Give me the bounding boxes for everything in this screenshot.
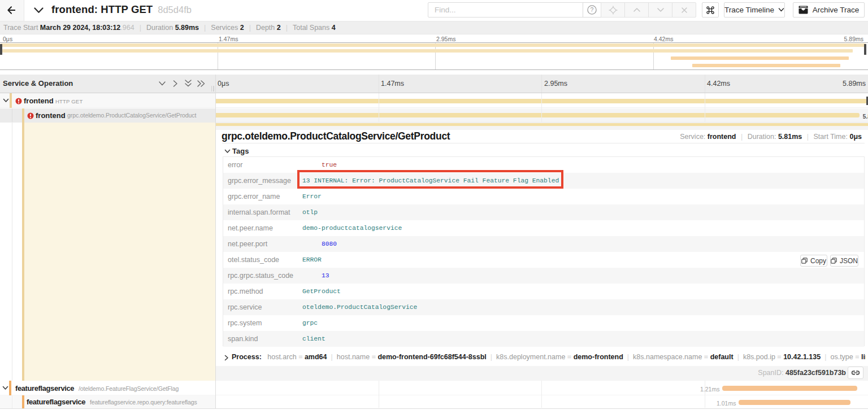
svg-text:?: ? <box>591 6 594 13</box>
